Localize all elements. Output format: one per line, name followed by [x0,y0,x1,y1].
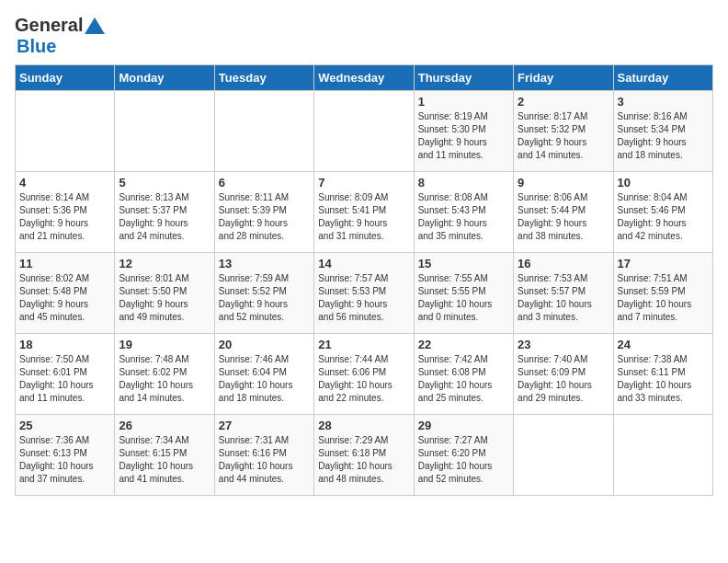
day-info: Sunrise: 7:59 AM Sunset: 5:52 PM Dayligh… [219,272,310,324]
day-info: Sunrise: 7:31 AM Sunset: 6:16 PM Dayligh… [219,434,310,486]
day-number: 2 [518,95,609,109]
day-number: 17 [618,257,709,270]
day-info: Sunrise: 8:14 AM Sunset: 5:36 PM Dayligh… [19,191,110,243]
calendar-cell: 28Sunrise: 7:29 AM Sunset: 6:18 PM Dayli… [314,415,414,496]
day-number: 22 [418,338,509,351]
logo: General Blue [15,15,105,57]
day-number: 20 [219,338,310,351]
calendar-cell [613,415,712,496]
calendar-cell [314,91,414,172]
day-number: 13 [219,257,310,270]
day-number: 16 [518,257,609,270]
calendar-cell: 16Sunrise: 7:53 AM Sunset: 5:57 PM Dayli… [514,253,613,334]
calendar-cell [16,91,115,172]
day-info: Sunrise: 8:19 AM Sunset: 5:30 PM Dayligh… [418,110,509,162]
calendar-cell: 3Sunrise: 8:16 AM Sunset: 5:34 PM Daylig… [613,91,712,172]
calendar-cell: 27Sunrise: 7:31 AM Sunset: 6:16 PM Dayli… [214,415,313,496]
day-number: 29 [418,419,509,432]
calendar-cell: 19Sunrise: 7:48 AM Sunset: 6:02 PM Dayli… [115,334,214,415]
day-number: 21 [318,338,409,351]
calendar-cell: 26Sunrise: 7:34 AM Sunset: 6:15 PM Dayli… [115,415,214,496]
calendar-cell: 5Sunrise: 8:13 AM Sunset: 5:37 PM Daylig… [115,172,214,253]
day-number: 9 [518,176,609,190]
calendar-cell: 8Sunrise: 8:08 AM Sunset: 5:43 PM Daylig… [414,172,513,253]
day-info: Sunrise: 8:11 AM Sunset: 5:39 PM Dayligh… [219,191,310,243]
calendar-cell: 18Sunrise: 7:50 AM Sunset: 6:01 PM Dayli… [16,334,115,415]
day-info: Sunrise: 7:27 AM Sunset: 6:20 PM Dayligh… [418,434,509,486]
calendar-cell: 21Sunrise: 7:44 AM Sunset: 6:06 PM Dayli… [314,334,414,415]
day-number: 8 [418,176,509,190]
day-number: 5 [119,176,210,190]
calendar-cell: 17Sunrise: 7:51 AM Sunset: 5:59 PM Dayli… [613,253,712,334]
day-info: Sunrise: 7:38 AM Sunset: 6:11 PM Dayligh… [618,353,709,405]
weekday-header: Sunday [16,65,115,91]
day-info: Sunrise: 7:36 AM Sunset: 6:13 PM Dayligh… [19,434,110,486]
logo-blue: Blue [17,36,56,57]
calendar-cell: 9Sunrise: 8:06 AM Sunset: 5:44 PM Daylig… [514,172,613,253]
calendar-cell: 13Sunrise: 7:59 AM Sunset: 5:52 PM Dayli… [214,253,313,334]
calendar-cell: 20Sunrise: 7:46 AM Sunset: 6:04 PM Dayli… [214,334,313,415]
weekday-header: Monday [115,65,214,91]
day-info: Sunrise: 8:08 AM Sunset: 5:43 PM Dayligh… [418,191,509,243]
day-info: Sunrise: 7:34 AM Sunset: 6:15 PM Dayligh… [119,434,210,486]
day-number: 7 [318,176,409,190]
day-number: 6 [219,176,310,190]
page-header: General Blue [15,15,713,57]
calendar-cell: 12Sunrise: 8:01 AM Sunset: 5:50 PM Dayli… [115,253,214,334]
calendar-cell: 14Sunrise: 7:57 AM Sunset: 5:53 PM Dayli… [314,253,414,334]
day-number: 18 [19,338,110,351]
svg-marker-0 [85,17,105,34]
day-number: 12 [119,257,210,270]
day-number: 4 [19,176,110,190]
day-info: Sunrise: 7:44 AM Sunset: 6:06 PM Dayligh… [318,353,409,405]
weekday-header: Saturday [613,65,712,91]
day-info: Sunrise: 8:06 AM Sunset: 5:44 PM Dayligh… [518,191,609,243]
weekday-header: Friday [514,65,613,91]
day-number: 1 [418,95,509,109]
weekday-header: Tuesday [214,65,313,91]
day-info: Sunrise: 7:29 AM Sunset: 6:18 PM Dayligh… [318,434,409,486]
calendar-cell: 2Sunrise: 8:17 AM Sunset: 5:32 PM Daylig… [514,91,613,172]
day-info: Sunrise: 8:17 AM Sunset: 5:32 PM Dayligh… [518,110,609,162]
calendar-cell: 23Sunrise: 7:40 AM Sunset: 6:09 PM Dayli… [514,334,613,415]
day-info: Sunrise: 8:04 AM Sunset: 5:46 PM Dayligh… [618,191,709,243]
day-number: 24 [618,338,709,351]
day-info: Sunrise: 8:01 AM Sunset: 5:50 PM Dayligh… [119,272,210,324]
day-info: Sunrise: 8:16 AM Sunset: 5:34 PM Dayligh… [618,110,709,162]
day-info: Sunrise: 7:50 AM Sunset: 6:01 PM Dayligh… [19,353,110,405]
logo-icon [85,16,105,36]
day-info: Sunrise: 7:42 AM Sunset: 6:08 PM Dayligh… [418,353,509,405]
day-info: Sunrise: 8:13 AM Sunset: 5:37 PM Dayligh… [119,191,210,243]
calendar-cell: 25Sunrise: 7:36 AM Sunset: 6:13 PM Dayli… [16,415,115,496]
day-info: Sunrise: 8:02 AM Sunset: 5:48 PM Dayligh… [19,272,110,324]
day-number: 3 [618,95,709,109]
day-number: 23 [518,338,609,351]
calendar-cell [514,415,613,496]
day-number: 27 [219,419,310,432]
day-number: 26 [119,419,210,432]
day-number: 25 [19,419,110,432]
day-number: 14 [318,257,409,270]
day-number: 19 [119,338,210,351]
day-info: Sunrise: 7:53 AM Sunset: 5:57 PM Dayligh… [518,272,609,324]
calendar-cell: 29Sunrise: 7:27 AM Sunset: 6:20 PM Dayli… [414,415,513,496]
day-info: Sunrise: 8:09 AM Sunset: 5:41 PM Dayligh… [318,191,409,243]
day-info: Sunrise: 7:48 AM Sunset: 6:02 PM Dayligh… [119,353,210,405]
weekday-header: Wednesday [314,65,414,91]
calendar-cell: 4Sunrise: 8:14 AM Sunset: 5:36 PM Daylig… [16,172,115,253]
weekday-header: Thursday [414,65,513,91]
calendar-cell [115,91,214,172]
calendar-cell: 7Sunrise: 8:09 AM Sunset: 5:41 PM Daylig… [314,172,414,253]
calendar-cell: 11Sunrise: 8:02 AM Sunset: 5:48 PM Dayli… [16,253,115,334]
calendar-cell: 24Sunrise: 7:38 AM Sunset: 6:11 PM Dayli… [613,334,712,415]
day-number: 10 [618,176,709,190]
calendar-cell: 6Sunrise: 8:11 AM Sunset: 5:39 PM Daylig… [214,172,313,253]
calendar-cell: 22Sunrise: 7:42 AM Sunset: 6:08 PM Dayli… [414,334,513,415]
day-info: Sunrise: 7:46 AM Sunset: 6:04 PM Dayligh… [219,353,310,405]
day-info: Sunrise: 7:51 AM Sunset: 5:59 PM Dayligh… [618,272,709,324]
logo-general: General [15,15,83,36]
calendar-cell: 10Sunrise: 8:04 AM Sunset: 5:46 PM Dayli… [613,172,712,253]
day-info: Sunrise: 7:57 AM Sunset: 5:53 PM Dayligh… [318,272,409,324]
day-number: 11 [19,257,110,270]
day-number: 15 [418,257,509,270]
